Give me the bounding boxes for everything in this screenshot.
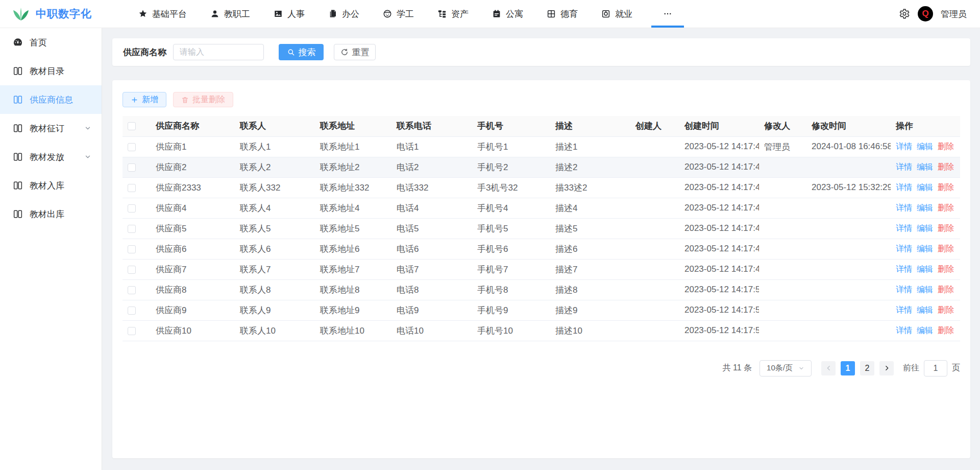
user-avatar[interactable]: Q (918, 6, 933, 21)
detail-link[interactable]: 详情 (896, 224, 912, 232)
column-header: 修改人 (759, 116, 806, 136)
star-icon (138, 9, 148, 18)
edit-link[interactable]: 编辑 (917, 244, 933, 253)
reset-button-label: 重置 (352, 46, 370, 58)
book-icon (13, 180, 23, 191)
nav-item-zichan[interactable]: 资产 (426, 0, 480, 28)
table-cell: 2023-05-12 14:17:50 (679, 320, 759, 341)
row-checkbox[interactable] (128, 266, 136, 274)
detail-link[interactable]: 详情 (896, 142, 912, 151)
select-all-checkbox[interactable] (128, 122, 136, 130)
page-size-select[interactable]: 10条/页 (760, 360, 812, 377)
page-button-2[interactable]: 2 (860, 361, 874, 375)
edit-link[interactable]: 编辑 (917, 326, 933, 335)
table-cell: 电话6 (391, 239, 472, 259)
sidebar-item-issue[interactable]: 教材发放 (0, 143, 102, 171)
delete-link[interactable]: 删除 (938, 183, 954, 192)
search-button[interactable]: 搜索 (279, 44, 324, 60)
detail-link[interactable]: 详情 (896, 285, 912, 294)
sidebar-item-order[interactable]: 教材征订 (0, 114, 102, 143)
delete-link[interactable]: 删除 (938, 265, 954, 273)
table-cell (806, 157, 891, 177)
suppliers-table: 供应商名称联系人联系地址联系电话手机号描述创建人创建时间修改人修改时间操作供应商… (122, 116, 960, 341)
settings-gear-icon[interactable] (899, 8, 910, 19)
edit-link[interactable]: 编辑 (917, 203, 933, 212)
column-header: 修改时间 (806, 116, 891, 136)
row-actions-cell: 详情编辑删除 (891, 198, 960, 218)
edit-link[interactable]: 编辑 (917, 285, 933, 294)
table-cell: 联系人9 (235, 300, 315, 320)
edit-link[interactable]: 编辑 (917, 142, 933, 151)
table-cell: 2023-05-12 14:17:48 (679, 218, 759, 239)
detail-link[interactable]: 详情 (896, 162, 912, 171)
row-checkbox[interactable] (128, 204, 136, 213)
nav-item-more[interactable] (644, 0, 691, 28)
sidebar-item-outbound[interactable]: 教材出库 (0, 200, 102, 228)
page-button-1[interactable]: 1 (841, 361, 855, 375)
sidebar-item-suppliers[interactable]: 供应商信息 (0, 85, 102, 114)
table-cell: 电话9 (391, 300, 472, 320)
edit-link[interactable]: 编辑 (917, 265, 933, 273)
edit-link[interactable]: 编辑 (917, 162, 933, 171)
detail-link[interactable]: 详情 (896, 183, 912, 192)
table-cell (759, 320, 806, 341)
nav-item-renshi[interactable]: 人事 (262, 0, 316, 28)
detail-link[interactable]: 详情 (896, 306, 912, 314)
next-page-button[interactable] (879, 361, 894, 375)
row-checkbox[interactable] (128, 327, 136, 335)
detail-link[interactable]: 详情 (896, 244, 912, 253)
row-checkbox[interactable] (128, 143, 136, 151)
row-checkbox[interactable] (128, 286, 136, 294)
table-cell: 电话2 (391, 157, 472, 177)
delete-link[interactable]: 删除 (938, 162, 954, 171)
app-logo[interactable]: 中职数字化 (12, 6, 109, 21)
photo-icon (274, 9, 283, 18)
delete-link[interactable]: 删除 (938, 285, 954, 294)
nav-item-label: 德育 (560, 8, 578, 20)
reset-button[interactable]: 重置 (334, 44, 376, 60)
nav-item-xuegong[interactable]: 学工 (371, 0, 426, 28)
row-checkbox-cell (122, 320, 151, 341)
nav-item-gongyu[interactable]: 公寓 (480, 0, 535, 28)
sidebar-item-catalog[interactable]: 教材目录 (0, 57, 102, 85)
sidebar-item-label: 教材入库 (30, 180, 64, 192)
row-checkbox[interactable] (128, 307, 136, 315)
delete-link[interactable]: 删除 (938, 203, 954, 212)
row-checkbox[interactable] (128, 245, 136, 253)
edit-link[interactable]: 编辑 (917, 183, 933, 192)
table-row: 供应商7联系人7联系地址7电话7手机号7描述72023-05-12 14:17:… (122, 259, 960, 279)
prev-page-button[interactable] (821, 361, 836, 375)
sidebar-item-inbound[interactable]: 教材入库 (0, 171, 102, 200)
detail-link[interactable]: 详情 (896, 265, 912, 273)
row-checkbox[interactable] (128, 225, 136, 233)
edit-link[interactable]: 编辑 (917, 224, 933, 232)
table-cell: 联系人2 (235, 157, 315, 177)
table-cell: 手机号4 (472, 198, 550, 218)
goto-page-input[interactable] (924, 360, 947, 377)
table-row: 供应商6联系人6联系地址6电话6手机号6描述62023-05-12 14:17:… (122, 239, 960, 259)
delete-link[interactable]: 删除 (938, 326, 954, 335)
nav-item-bangong[interactable]: 办公 (316, 0, 371, 28)
row-checkbox[interactable] (128, 184, 136, 192)
batch-delete-button[interactable]: 批量删除 (173, 92, 233, 107)
nav-item-jiuye[interactable]: 就业 (590, 0, 644, 28)
delete-link[interactable]: 删除 (938, 244, 954, 253)
table-cell: 手机号9 (472, 300, 550, 320)
table-cell: 2024-01-08 16:46:58 (806, 136, 891, 157)
detail-link[interactable]: 详情 (896, 203, 912, 212)
table-cell: 电话1 (391, 136, 472, 157)
delete-link[interactable]: 删除 (938, 224, 954, 232)
add-button[interactable]: 新增 (122, 92, 166, 107)
row-checkbox[interactable] (128, 163, 136, 172)
nav-item-deyu[interactable]: 德育 (535, 0, 590, 28)
supplier-name-input[interactable] (173, 44, 264, 60)
delete-link[interactable]: 删除 (938, 306, 954, 314)
delete-link[interactable]: 删除 (938, 142, 954, 151)
user-name[interactable]: 管理员 (941, 8, 967, 20)
sidebar-item-home[interactable]: 首页 (0, 28, 102, 57)
edit-link[interactable]: 编辑 (917, 306, 933, 314)
nav-item-jichupingtai[interactable]: 基础平台 (127, 0, 199, 28)
nav-item-jiaozhigong[interactable]: 教职工 (199, 0, 262, 28)
detail-link[interactable]: 详情 (896, 326, 912, 335)
nav-item-label: 就业 (615, 8, 632, 20)
